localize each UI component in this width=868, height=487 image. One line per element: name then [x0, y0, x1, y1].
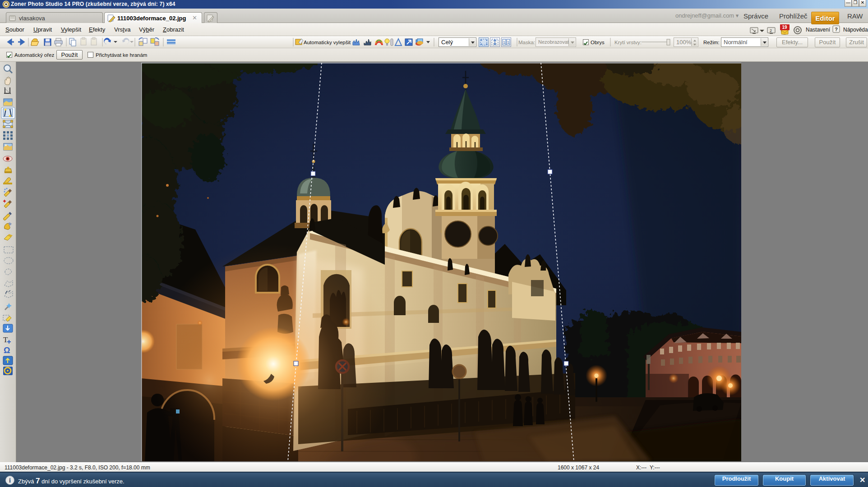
- svg-text:1: 1: [503, 40, 505, 45]
- svg-text:1: 1: [507, 40, 509, 45]
- svg-text:2: 2: [770, 28, 772, 33]
- svg-text:i: i: [9, 477, 11, 484]
- svg-text:19: 19: [782, 25, 787, 30]
- svg-text:Ω: Ω: [4, 346, 10, 355]
- svg-text:?: ?: [835, 27, 838, 32]
- svg-text:T: T: [3, 335, 8, 344]
